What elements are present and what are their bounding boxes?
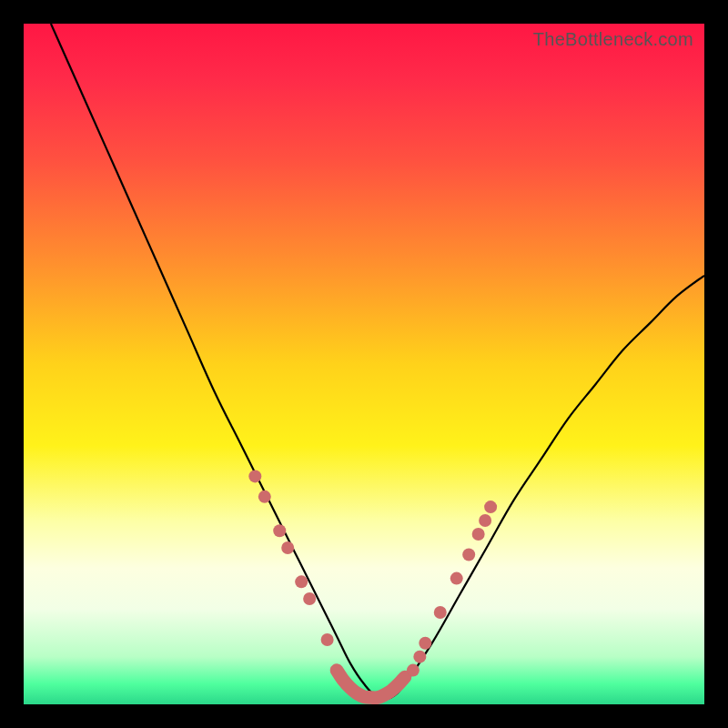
curve-marker — [321, 633, 334, 646]
curve-marker — [462, 548, 475, 561]
curve-marker — [281, 541, 294, 554]
gradient-background — [24, 24, 704, 704]
curve-marker — [407, 664, 420, 677]
curve-marker — [484, 500, 497, 513]
curve-marker — [413, 651, 426, 663]
chart-frame: TheBottleneck.com — [24, 24, 704, 704]
curve-marker — [434, 606, 447, 619]
curve-marker — [450, 572, 463, 585]
curve-marker — [479, 514, 491, 527]
curve-marker — [295, 575, 308, 588]
watermark-text: TheBottleneck.com — [533, 29, 693, 50]
curve-marker — [419, 637, 431, 650]
curve-marker — [273, 524, 286, 537]
chart-svg — [24, 24, 704, 704]
curve-marker — [258, 490, 271, 503]
curve-marker — [248, 470, 261, 482]
curve-marker — [472, 528, 485, 541]
curve-marker — [303, 592, 316, 605]
